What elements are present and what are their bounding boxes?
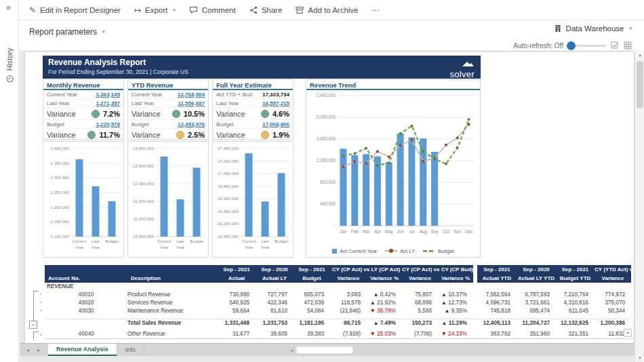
outline-collapse-button[interactable]: − — [29, 321, 37, 329]
svg-text:1,600,000: 1,600,000 — [317, 136, 336, 141]
green-status-indicator-icon — [172, 110, 180, 118]
table-cell: Maintenance Revenue — [127, 307, 218, 315]
svg-text:16,000,000: 16,000,000 — [218, 234, 239, 239]
vscroll-thumb[interactable] — [637, 61, 643, 108]
kpi-variance-label: Variance — [47, 131, 87, 139]
table-cell: 695,474 — [517, 307, 556, 315]
more-options-button[interactable]: ⋯ — [372, 5, 380, 15]
kpi-variance-value: 7.2% — [103, 110, 120, 118]
kpi-value-link[interactable]: 17,008,806 — [262, 121, 289, 127]
header-column: Sep - 2020Actual LY — [256, 265, 294, 283]
header-column: Sep - 2021Actual — [218, 265, 256, 283]
column-header: Variance % — [367, 274, 402, 283]
table-cell: 6,787,593 — [517, 291, 556, 299]
kpi-value-link[interactable]: 1,363,145 — [96, 92, 120, 98]
export-button[interactable]: ↦ Export ▾ — [134, 6, 176, 14]
table-cell: 655,073 — [294, 291, 330, 299]
svg-text:12,000,000: 12,000,000 — [133, 181, 155, 186]
kpi-variance-value: 10.5% — [184, 110, 205, 118]
kpi-value-row: Budget1,220,578 — [43, 120, 123, 129]
sheet-nav-right-button[interactable]: ▸ — [37, 347, 40, 353]
kpi-value-row: Budget12,453,976 — [128, 120, 208, 129]
scroll-up-button[interactable]: ▴ — [635, 50, 644, 59]
svg-text:17,400,000: 17,400,000 — [218, 146, 239, 150]
kpi-value-link[interactable]: 12,768,904 — [178, 92, 205, 98]
table-cell: Other Revenue — [127, 330, 218, 338]
table-cell: 12,405,113 — [477, 319, 517, 327]
header-column: Description — [127, 265, 218, 283]
slider-knob[interactable] — [567, 41, 576, 50]
legend-swatch-dash — [423, 250, 435, 252]
kpi-value-link[interactable]: 11,556,687 — [178, 100, 205, 106]
table-cell: Services Revenue — [127, 299, 218, 307]
share-button[interactable]: Share — [249, 6, 283, 14]
header-subrow: VarianceVariance % — [402, 274, 473, 283]
table-scroll-down-button[interactable]: ▾ — [624, 329, 632, 337]
kpi-variance-label: Variance — [216, 131, 261, 139]
svg-text:Jan: Jan — [340, 229, 347, 234]
svg-text:Jul: Jul — [409, 229, 414, 234]
table-row: 40040Other Revenue31,67739,60539,383(7,9… — [45, 330, 634, 338]
sheet-nav-left-button[interactable]: ◂ — [26, 347, 29, 353]
hscroll-left-button[interactable]: ◂ — [291, 348, 294, 353]
report-sheet: Revenue Analysis Report For Period Endin… — [25, 52, 634, 344]
svg-text:17,200,000: 17,200,000 — [218, 159, 239, 163]
kpi-value-link[interactable]: 1,220,578 — [96, 121, 120, 127]
kpi-value-link[interactable]: 1,271,357 — [96, 100, 120, 106]
svg-text:16,600,000: 16,600,000 — [218, 196, 239, 201]
kpi-variance-label: Variance — [216, 110, 261, 118]
outline-bracket — [33, 291, 39, 321]
kpi-value-link[interactable]: 16,557,215 — [262, 100, 289, 106]
auto-refresh-slider[interactable] — [568, 45, 606, 47]
tab-info[interactable]: Info — [117, 344, 144, 356]
header-column: Sep - 2021Actual YTD — [477, 265, 517, 283]
kpi-row-label: Last Year — [47, 100, 69, 106]
sidebar-expand-icon[interactable]: » — [6, 3, 11, 12]
kpi-row-label: Act YTD + Bud — [216, 92, 252, 98]
table-cell: 99,715 — [330, 319, 367, 327]
table-cell: 422,346 — [256, 299, 294, 307]
report-parameters-dropdown[interactable]: Report parameters ▾ — [29, 27, 105, 37]
kpi-value-row: Budget17,008,806 — [213, 120, 293, 129]
kpi-variance-row: Variance10.5% — [128, 108, 208, 120]
kpi-variance-label: Variance — [47, 110, 92, 118]
green-status-indicator-icon — [92, 110, 100, 118]
add-to-archive-button[interactable]: Add to Archive — [296, 6, 358, 14]
svg-text:1,350,000: 1,350,000 — [50, 161, 69, 165]
table-cell: 54,084 — [294, 307, 330, 315]
kpi-panel-full-year-estimate: Full Year EstimateAct YTD + Bud17,323,73… — [212, 79, 294, 140]
svg-text:1,400,000: 1,400,000 — [50, 146, 69, 150]
sheet-tab-bar: ◂ ▸ Revenue Analysis Info ◂ — [20, 343, 635, 356]
svg-text:Last: Last — [92, 239, 100, 243]
table-cell: 472,039 — [294, 299, 330, 307]
header-column: Account No. — [45, 265, 127, 283]
svg-text:16,800,000: 16,800,000 — [218, 184, 239, 188]
hscroll-thumb[interactable] — [296, 346, 353, 354]
tab-revenue-analysis[interactable]: Revenue Analysis — [48, 344, 117, 356]
kpi-value-row: Last Year16,557,215 — [213, 99, 293, 108]
sidebar-item-history[interactable]: History — [5, 47, 14, 82]
table-cell: 730,880 — [218, 291, 256, 299]
scroll-down-button[interactable]: ▾ — [635, 353, 644, 362]
kpi-value-link[interactable]: 12,453,976 — [178, 121, 205, 127]
svg-text:13,000,000: 13,000,000 — [133, 146, 155, 150]
chevron-down-icon: ▾ — [629, 26, 632, 31]
grid-view-icon[interactable] — [624, 41, 632, 49]
data-warehouse-selector[interactable]: Data Warehouse ▾ — [554, 24, 632, 33]
svg-text:11,000,000: 11,000,000 — [133, 216, 154, 221]
edit-in-report-designer-button[interactable]: ✎ Edit in Report Designer — [29, 6, 121, 14]
svg-text:16,200,000: 16,200,000 — [218, 221, 239, 226]
svg-text:Jun: Jun — [397, 229, 405, 234]
legend-swatch-bar — [332, 249, 337, 254]
table-row: 40020Services Revenue540,925422,346472,0… — [45, 299, 634, 307]
select-check-icon[interactable] — [611, 41, 619, 49]
table-cell: ▲ 0.42% — [367, 291, 402, 299]
svg-text:-: - — [333, 223, 334, 228]
full-year-estimate-bar: 16,000,00016,200,00016,400,00016,600,000… — [214, 143, 292, 254]
table-cell: ▲ 21.92% — [367, 299, 402, 307]
table-cell: 31,677 — [218, 330, 256, 338]
comment-button[interactable]: Comment — [189, 6, 236, 14]
table-cell: 40020 — [45, 299, 127, 307]
table-cell: 7,210,764 — [556, 291, 595, 299]
kpi-variance-row: Variance7.2% — [43, 108, 123, 120]
